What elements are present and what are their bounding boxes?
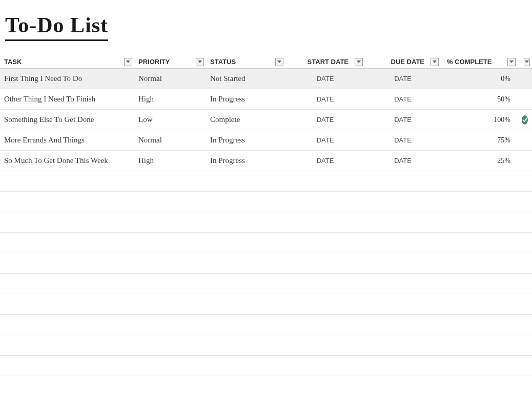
priority-cell[interactable]: High [134,156,206,165]
status-cell[interactable]: In Progress [206,95,285,104]
header-done [518,58,532,66]
chevron-down-icon [277,60,281,63]
filter-done-button[interactable] [524,58,530,66]
task-cell[interactable]: Other Thing I Need To Finish [0,95,134,104]
header-due-date: DUE DATE [365,58,441,66]
status-cell[interactable]: Not Started [206,74,285,83]
filter-start-date-button[interactable] [355,58,363,66]
due-date-cell[interactable]: DATE [365,116,441,124]
empty-row[interactable] [0,171,532,192]
empty-row[interactable] [0,356,532,376]
filter-task-button[interactable] [124,58,132,66]
start-date-cell[interactable]: DATE [285,136,365,144]
priority-cell[interactable]: High [134,95,206,104]
empty-row[interactable] [0,315,532,335]
header-start-date: START DATE [285,58,365,66]
start-date-cell[interactable]: DATE [285,95,365,103]
filter-priority-button[interactable] [196,58,204,66]
header-priority-label: PRIORITY [138,58,170,66]
chevron-down-icon [126,60,130,63]
empty-row[interactable] [0,294,532,315]
percent-label: 0% [501,75,510,83]
todo-table: TASK PRIORITY STATUS START DATE DUE DATE [0,55,532,376]
chevron-down-icon [357,60,361,63]
table-row[interactable]: Something Else To Get DoneLowCompleteDAT… [0,110,532,130]
empty-row[interactable] [0,253,532,274]
empty-row[interactable] [0,233,532,253]
start-date-cell[interactable]: DATE [285,116,365,124]
priority-cell[interactable]: Normal [134,136,206,145]
header-start-date-label: START DATE [290,58,353,66]
start-date-cell[interactable]: DATE [285,157,365,165]
table-row[interactable]: First Thing I Need To DoNormalNot Starte… [0,69,532,89]
empty-row[interactable] [0,212,532,233]
due-date-cell[interactable]: DATE [365,95,441,103]
task-cell[interactable]: So Much To Get Done This Week [0,156,134,165]
header-task: TASK [0,58,134,66]
header-status: STATUS [206,58,285,66]
table-header-row: TASK PRIORITY STATUS START DATE DUE DATE [0,55,532,69]
filter-percent-button[interactable] [507,58,516,66]
empty-row[interactable] [0,274,532,294]
chevron-down-icon [525,60,529,63]
due-date-cell[interactable]: DATE [365,157,441,165]
empty-row[interactable] [0,335,532,356]
task-cell[interactable]: First Thing I Need To Do [0,74,134,83]
status-cell[interactable]: In Progress [206,136,285,145]
due-date-cell[interactable]: DATE [365,136,441,144]
status-cell[interactable]: Complete [206,115,285,124]
page-title: To-Do List [5,13,108,41]
table-row[interactable]: Other Thing I Need To FinishHighIn Progr… [0,89,532,110]
percent-label: 50% [497,95,510,104]
header-priority: PRIORITY [134,58,206,66]
empty-row[interactable] [0,192,532,212]
percent-label: 75% [497,136,510,145]
check-icon [522,115,528,125]
filter-due-date-button[interactable] [431,58,439,66]
percent-label: 25% [497,157,510,165]
priority-cell[interactable]: Normal [134,74,206,83]
chevron-down-icon [509,60,514,63]
header-status-label: STATUS [210,58,236,66]
table-row[interactable]: More Errands And ThingsNormalIn Progress… [0,130,532,151]
chevron-down-icon [198,60,202,63]
task-cell[interactable]: More Errands And Things [0,136,134,145]
header-due-date-label: DUE DATE [369,58,428,66]
task-cell[interactable]: Something Else To Get Done [0,115,134,124]
priority-cell[interactable]: Low [134,115,206,124]
filter-status-button[interactable] [275,58,283,66]
start-date-cell[interactable]: DATE [285,75,365,83]
done-cell[interactable] [518,115,532,125]
due-date-cell[interactable]: DATE [365,75,441,83]
header-task-label: TASK [4,58,22,66]
header-percent-complete-label: % COMPLETE [445,58,505,66]
table-row[interactable]: So Much To Get Done This WeekHighIn Prog… [0,151,532,171]
chevron-down-icon [433,60,437,63]
header-percent-complete: % COMPLETE [441,58,518,66]
percent-label: 100% [494,116,510,124]
status-cell[interactable]: In Progress [206,156,285,165]
